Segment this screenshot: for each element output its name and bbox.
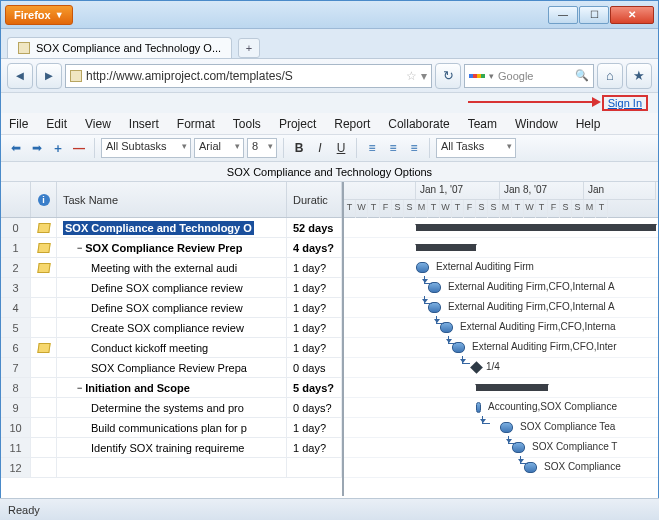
table-row[interactable]: 1−SOX Compliance Review Prep4 days? [1,238,342,258]
align-left-icon[interactable]: ≡ [363,139,381,157]
firefox-menu-button[interactable]: Firefox▼ [5,5,73,25]
task-bar[interactable] [476,402,481,413]
task-name-cell[interactable]: SOX Compliance Review Prepa [57,358,287,377]
task-name-cell[interactable]: SOX Compliance and Technology O [57,218,287,237]
col-task-name[interactable]: Task Name [57,182,287,217]
table-row[interactable]: 0SOX Compliance and Technology O52 days [1,218,342,238]
duration-cell[interactable]: 52 days [287,218,342,237]
underline-icon[interactable]: U [332,139,350,157]
minimize-button[interactable]: — [548,6,578,24]
italic-icon[interactable]: I [311,139,329,157]
search-go-icon[interactable]: 🔍 [575,69,589,82]
back-button[interactable]: ◄ [7,63,33,89]
reload-button[interactable]: ↻ [435,63,461,89]
task-bar[interactable] [500,422,513,433]
task-name-cell[interactable]: Define SOX compliance review [57,298,287,317]
task-name-cell[interactable]: Conduct kickoff meeting [57,338,287,357]
gantt-row: External Auditing Firm [344,258,658,278]
menu-project[interactable]: Project [279,117,316,131]
menu-team[interactable]: Team [468,117,497,131]
table-row[interactable]: 6Conduct kickoff meeting1 day? [1,338,342,358]
browser-tab[interactable]: SOX Compliance and Technology O... [7,37,232,58]
duration-cell[interactable]: 1 day? [287,258,342,277]
font-size-select[interactable]: 8 [247,138,277,158]
menu-edit[interactable]: Edit [46,117,67,131]
table-row[interactable]: 11Identify SOX training requireme1 day? [1,438,342,458]
table-row[interactable]: 12 [1,458,342,478]
new-tab-button[interactable]: + [238,38,260,58]
menu-insert[interactable]: Insert [129,117,159,131]
menu-collaborate[interactable]: Collaborate [388,117,449,131]
sign-in-link[interactable]: Sign In [602,95,648,111]
search-box[interactable]: ▾ Google 🔍 [464,64,594,88]
summary-bar[interactable] [416,224,656,231]
window-titlebar: Firefox▼ — ☐ ✕ [1,1,658,29]
row-indicator [31,258,57,277]
menu-help[interactable]: Help [576,117,601,131]
close-button[interactable]: ✕ [610,6,654,24]
add-task-icon[interactable]: ＋ [49,139,67,157]
outdent-icon[interactable]: ⬅ [7,139,25,157]
align-right-icon[interactable]: ≡ [405,139,423,157]
url-dropdown-icon[interactable]: ▾ [421,69,427,83]
home-button[interactable]: ⌂ [597,63,623,89]
menu-tools[interactable]: Tools [233,117,261,131]
collapse-toggle-icon[interactable]: − [77,243,82,253]
table-row[interactable]: 8−Initiation and Scope5 days? [1,378,342,398]
forward-button[interactable]: ► [36,63,62,89]
task-name-cell[interactable]: −SOX Compliance Review Prep [57,238,287,257]
maximize-button[interactable]: ☐ [579,6,609,24]
table-row[interactable]: 5Create SOX compliance review1 day? [1,318,342,338]
menu-report[interactable]: Report [334,117,370,131]
summary-bar[interactable] [416,244,476,251]
duration-cell[interactable]: 0 days [287,358,342,377]
menu-window[interactable]: Window [515,117,558,131]
duration-cell[interactable]: 0 days? [287,398,342,417]
align-center-icon[interactable]: ≡ [384,139,402,157]
duration-cell[interactable]: 1 day? [287,338,342,357]
task-name-cell[interactable] [57,458,287,477]
menu-format[interactable]: Format [177,117,215,131]
task-name-cell[interactable]: −Initiation and Scope [57,378,287,397]
table-row[interactable]: 10Build communications plan for p1 day? [1,418,342,438]
resource-label: External Auditing Firm,CFO,Internal A [448,301,615,312]
task-name-cell[interactable]: Build communications plan for p [57,418,287,437]
duration-cell[interactable]: 1 day? [287,298,342,317]
duration-cell[interactable]: 1 day? [287,278,342,297]
task-name-cell[interactable]: Define SOX compliance review [57,278,287,297]
indent-icon[interactable]: ➡ [28,139,46,157]
bookmarks-button[interactable]: ★ [626,63,652,89]
duration-cell[interactable] [287,458,342,477]
filter2-select[interactable]: All Tasks [436,138,516,158]
summary-bar[interactable] [476,384,548,391]
url-field[interactable]: http://www.amiproject.com/templates/S ☆ … [65,64,432,88]
bold-icon[interactable]: B [290,139,308,157]
milestone-marker[interactable] [470,361,483,374]
duration-cell[interactable]: 4 days? [287,238,342,257]
bookmark-star-icon[interactable]: ☆ [406,69,417,83]
duration-cell[interactable]: 1 day? [287,318,342,337]
task-grid[interactable]: i Task Name Duratic 0SOX Compliance and … [1,182,344,496]
menu-file[interactable]: File [9,117,28,131]
table-row[interactable]: 9Determine the systems and pro0 days? [1,398,342,418]
table-row[interactable]: 7SOX Compliance Review Prepa0 days [1,358,342,378]
col-duration[interactable]: Duratic [287,182,342,217]
menu-view[interactable]: View [85,117,111,131]
table-row[interactable]: 4Define SOX compliance review1 day? [1,298,342,318]
task-name-cell[interactable]: Identify SOX training requireme [57,438,287,457]
task-name-cell[interactable]: Create SOX compliance review [57,318,287,337]
table-row[interactable]: 2Meeting with the external audi1 day? [1,258,342,278]
collapse-toggle-icon[interactable]: − [77,383,82,393]
duration-cell[interactable]: 1 day? [287,418,342,437]
task-bar[interactable] [416,262,429,273]
duration-cell[interactable]: 1 day? [287,438,342,457]
delete-task-icon[interactable]: — [70,139,88,157]
gantt-row: External Auditing Firm,CFO,Internal A [344,278,658,298]
task-name-cell[interactable]: Determine the systems and pro [57,398,287,417]
duration-cell[interactable]: 5 days? [287,378,342,397]
task-name-cell[interactable]: Meeting with the external audi [57,258,287,277]
table-row[interactable]: 3Define SOX compliance review1 day? [1,278,342,298]
font-select[interactable]: Arial [194,138,244,158]
filter-select[interactable]: All Subtasks [101,138,191,158]
gantt-chart[interactable]: Jan 1, '07Jan 8, '07Jan TWTFSSMTWTFSSMTW… [344,182,658,496]
